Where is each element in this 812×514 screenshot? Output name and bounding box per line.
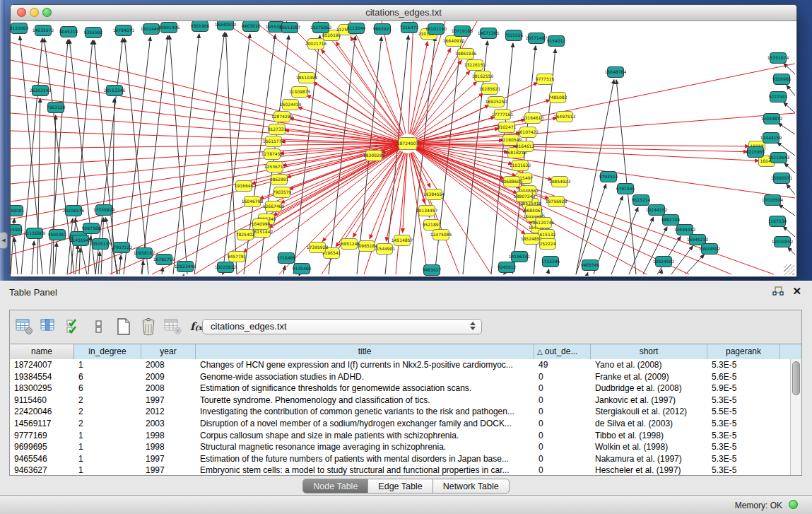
network-node[interactable]: 14196141 (509, 252, 531, 262)
network-node[interactable]: 9097588 (82, 223, 101, 234)
network-node[interactable]: 13505135 (90, 239, 112, 250)
network-node[interactable]: 9361906 (191, 21, 210, 32)
tab-edge-table[interactable]: Edge Table (368, 479, 433, 493)
network-node[interactable]: 16782759 (153, 255, 175, 265)
network-node[interactable]: 8127331 (268, 124, 287, 135)
network-node[interactable]: 16951246 (339, 239, 360, 250)
network-node[interactable]: 14671385 (478, 28, 500, 39)
network-node[interactable]: 10025912 (215, 262, 237, 273)
network-node[interactable]: 12667469 (263, 201, 285, 212)
network-node[interactable]: 15134457 (416, 206, 438, 216)
network-node[interactable]: 7515526 (505, 30, 524, 41)
network-node[interactable]: 17395928 (307, 243, 329, 253)
network-node[interactable]: 17016504 (762, 195, 784, 206)
network-node[interactable]: 9684067 (524, 206, 543, 216)
float-window-icon[interactable] (772, 286, 784, 296)
network-node[interactable]: 12444159 (760, 133, 782, 144)
network-node[interactable]: 10719185 (452, 26, 473, 37)
network-node[interactable]: 15692971 (771, 173, 793, 184)
network-node[interactable]: 10244152 (646, 205, 668, 216)
network-node[interactable]: 18300295 (363, 151, 385, 161)
network-node[interactable]: 5716485 (277, 253, 296, 264)
minimize-window-button[interactable] (30, 8, 39, 17)
table-row[interactable]: 969969511998Structural magnetic resonanc… (10, 441, 791, 453)
network-node[interactable]: 12010552 (772, 237, 794, 247)
new-column-icon[interactable] (114, 317, 133, 337)
network-node[interactable]: 18724007 (397, 138, 419, 150)
network-node[interactable]: 9154012 (547, 36, 566, 47)
network-node[interactable]: 16925250 (486, 97, 507, 107)
network-node[interactable]: 13226151 (464, 60, 486, 71)
network-node[interactable]: 11451941 (70, 235, 92, 246)
network-node[interactable]: 9465546 (581, 260, 600, 271)
tab-network-table[interactable]: Network Table (433, 479, 510, 493)
table-row[interactable]: 1456911722003Disruption of a novel membe… (10, 418, 791, 430)
table-settings-icon[interactable] (16, 317, 34, 337)
network-node[interactable]: 9227343 (769, 92, 788, 103)
network-node[interactable]: 16101160 (425, 24, 447, 35)
network-node[interactable]: 8102471 (498, 122, 517, 133)
network-node[interactable]: 12093872 (761, 114, 783, 124)
column-header-short[interactable]: short (591, 344, 707, 359)
network-window-titlebar[interactable]: citations_edges.txt (11, 5, 796, 21)
close-window-button[interactable] (17, 8, 26, 17)
network-node[interactable]: 8045218 (59, 27, 78, 37)
column-header-in_degree[interactable]: in_degree (74, 344, 141, 359)
network-node[interactable]: 20891406 (158, 23, 180, 33)
network-node[interactable]: 10694412 (674, 225, 696, 235)
network-node[interactable]: 12874299 (271, 112, 293, 122)
network-node[interactable]: 19384554 (423, 189, 445, 200)
network-node[interactable]: 14514857 (392, 235, 413, 246)
network-node[interactable]: 12536711 (264, 162, 286, 173)
network-node[interactable]: 6791945 (616, 184, 635, 194)
column-header-year[interactable]: year (141, 344, 196, 359)
network-node[interactable]: 16940910 (215, 21, 237, 30)
network-node[interactable]: 252224 (540, 239, 556, 250)
network-node[interactable]: 9663921 (373, 24, 392, 35)
network-node[interactable]: 15024419 (280, 100, 302, 110)
network-node[interactable]: 8793514 (599, 172, 618, 182)
network-node[interactable]: 9329966 (772, 74, 792, 85)
table-row[interactable]: 1872400712008Changes of HCN gene express… (10, 359, 791, 371)
window-resize-grip[interactable] (784, 264, 794, 275)
network-node[interactable]: 15751074 (767, 53, 789, 64)
network-node[interactable]: 10958167 (134, 248, 155, 259)
network-node[interactable]: 3915901 (11, 225, 23, 235)
network-node[interactable]: 20153346 (104, 86, 126, 96)
network-node[interactable]: 10924501 (653, 257, 675, 267)
network-node[interactable]: 16120746 (533, 218, 555, 228)
network-node[interactable]: 7825402 (236, 230, 255, 240)
network-node[interactable]: 19784071 (113, 25, 135, 36)
network-node[interactable]: 1167534 (768, 216, 787, 227)
network-node[interactable]: 5500351 (48, 230, 67, 240)
network-node[interactable]: 18162550 (472, 71, 494, 82)
row-ops-icon[interactable] (90, 317, 108, 337)
network-node[interactable]: 14035572 (33, 25, 54, 36)
network-node[interactable]: 18510394 (296, 73, 318, 83)
network-node[interactable]: 1640998 (252, 219, 271, 230)
network-node[interactable]: 7903128 (47, 103, 66, 113)
network-canvas[interactable]: 1830029518510394113098751502441912874299… (11, 21, 795, 276)
network-node[interactable]: 17957222 (111, 243, 133, 253)
panel-collapse-arrow-icon[interactable]: ◀ (0, 232, 8, 249)
network-node[interactable]: 9457791 (228, 252, 247, 262)
network-node[interactable]: 7903579 (273, 187, 292, 198)
network-node[interactable]: 8113044 (347, 23, 366, 34)
network-node[interactable]: 17359924 (93, 205, 115, 216)
network-node[interactable]: 16107427 (517, 127, 539, 138)
network-node[interactable]: 9358001 (11, 206, 25, 216)
network-node[interactable]: 9463627 (423, 265, 442, 276)
network-node[interactable]: 8215955 (746, 147, 765, 158)
network-node[interactable]: 16648784 (605, 67, 627, 78)
network-node[interactable]: 9615214 (632, 195, 651, 206)
network-node[interactable]: 12787452 (261, 149, 283, 160)
network-node[interactable]: 19756928 (546, 197, 567, 207)
network-node[interactable]: 16210643 (768, 153, 790, 163)
network-node[interactable]: 16640910 (443, 36, 465, 47)
table-row[interactable]: 946554611997Estimation of the future num… (10, 453, 791, 465)
network-node[interactable]: 8463616 (242, 21, 261, 32)
network-node[interactable]: 1733346 (541, 257, 560, 267)
select-apply-icon[interactable] (65, 317, 83, 337)
table-row[interactable]: 977716911998Corpus callosum shape and si… (10, 430, 791, 442)
network-node[interactable]: 20206576 (63, 206, 85, 216)
